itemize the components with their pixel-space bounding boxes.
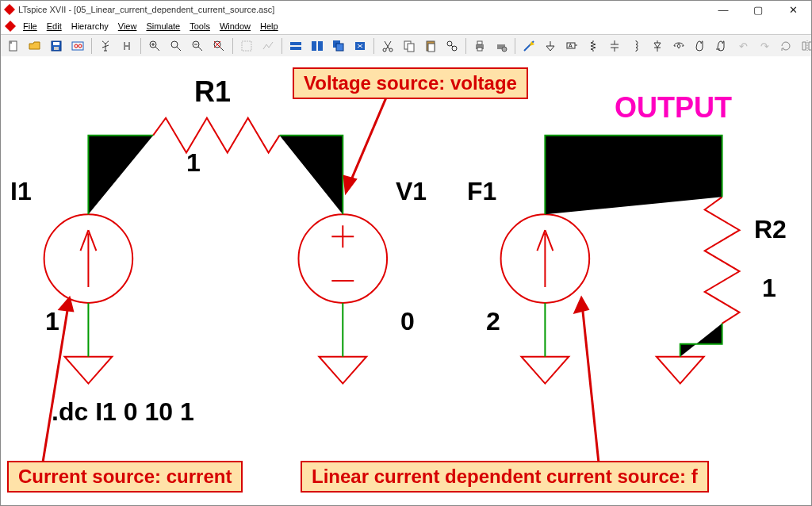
svg-point-31 xyxy=(502,47,507,52)
window-title: LTspice XVII - [05_Linear_current_depend… xyxy=(18,5,274,14)
annotation-voltage-source: Voltage source: voltage xyxy=(293,67,528,99)
tile-windows-icon[interactable] xyxy=(286,36,305,56)
svg-rect-12 xyxy=(290,42,301,45)
svg-marker-38 xyxy=(60,298,73,311)
label-v1-name[interactable]: V1 xyxy=(396,177,427,206)
svg-rect-13 xyxy=(290,47,301,50)
component-i1[interactable] xyxy=(44,214,133,303)
label-net-icon[interactable]: A xyxy=(562,36,581,56)
label-i1-name[interactable]: I1 xyxy=(10,177,32,206)
svg-rect-28 xyxy=(477,41,482,44)
new-schematic-icon[interactable] xyxy=(4,36,23,56)
maximize-button[interactable]: ▢ xyxy=(748,4,768,16)
control-panel-icon[interactable] xyxy=(68,36,87,56)
zoom-out-icon[interactable] xyxy=(188,36,207,56)
label-v1-value[interactable]: 0 xyxy=(400,307,415,336)
tile-vertical-icon[interactable] xyxy=(308,36,327,56)
menu-help[interactable]: Help xyxy=(255,21,283,31)
zoom-extents-icon[interactable] xyxy=(209,36,228,56)
paste-icon[interactable] xyxy=(421,36,440,56)
component-f1[interactable] xyxy=(501,214,590,303)
document-icon[interactable] xyxy=(5,21,16,32)
menu-bar: File Edit Hierarchy View Simulate Tools … xyxy=(1,18,811,35)
svg-point-6 xyxy=(79,44,82,48)
svg-point-5 xyxy=(75,44,78,48)
menu-hierarchy[interactable]: Hierarchy xyxy=(67,21,113,31)
copy-icon[interactable] xyxy=(400,36,419,56)
pan-icon[interactable] xyxy=(167,36,186,56)
title-bar: LTspice XVII - [05_Linear_current_depend… xyxy=(1,1,811,18)
svg-point-8 xyxy=(171,41,178,48)
annotation-current-source: Current source: current xyxy=(7,461,243,493)
place-ground-icon[interactable] xyxy=(541,36,560,56)
ground-r2[interactable] xyxy=(657,357,704,384)
zoom-in-icon[interactable] xyxy=(145,36,164,56)
move-icon[interactable] xyxy=(691,36,710,56)
draw-wire-icon[interactable] xyxy=(519,36,538,56)
svg-rect-17 xyxy=(336,44,343,51)
place-component-icon[interactable] xyxy=(669,36,688,56)
menu-window[interactable]: Window xyxy=(215,21,255,31)
label-i1-value[interactable]: 1 xyxy=(45,307,59,336)
menu-view[interactable]: View xyxy=(113,21,142,31)
app-icon xyxy=(4,4,15,15)
pick-visible-traces-icon[interactable] xyxy=(259,36,278,56)
component-r2[interactable] xyxy=(705,197,740,323)
svg-rect-3 xyxy=(54,47,59,50)
svg-marker-37 xyxy=(344,176,355,192)
svg-marker-39 xyxy=(575,298,588,312)
toolbar: A ↶ ↷ Aa .op xyxy=(1,35,811,58)
cut-icon[interactable] xyxy=(378,36,397,56)
minimize-button[interactable]: — xyxy=(713,4,733,16)
label-r2-value[interactable]: 1 xyxy=(762,274,776,303)
svg-rect-22 xyxy=(408,44,414,52)
find-icon[interactable] xyxy=(442,36,462,56)
place-diode-icon[interactable] xyxy=(648,36,667,56)
window-buttons: — ▢ ✕ xyxy=(713,4,808,16)
rotate-icon[interactable] xyxy=(776,36,795,56)
svg-rect-15 xyxy=(318,41,323,51)
save-icon[interactable] xyxy=(47,36,66,56)
net-label-output[interactable]: OUTPUT xyxy=(615,91,732,125)
label-r2-name[interactable]: R2 xyxy=(754,215,787,244)
label-f1-value[interactable]: 2 xyxy=(486,307,500,336)
svg-rect-29 xyxy=(477,48,482,51)
place-inductor-icon[interactable] xyxy=(626,36,645,56)
label-r1-name[interactable]: R1 xyxy=(194,75,231,109)
svg-point-19 xyxy=(383,48,386,52)
place-resistor-icon[interactable] xyxy=(584,36,603,56)
open-icon[interactable] xyxy=(25,36,44,56)
ground-i1[interactable] xyxy=(65,357,113,384)
schematic-canvas[interactable]: I1 1 R1 1 V1 0 F1 2 R2 1 OUTPUT .dc I1 0… xyxy=(1,56,811,505)
print-icon[interactable] xyxy=(470,36,489,56)
spice-directive[interactable]: .dc I1 0 10 1 xyxy=(52,397,194,427)
label-f1-name[interactable]: F1 xyxy=(467,177,496,206)
halt-icon[interactable] xyxy=(117,36,136,56)
redo-icon[interactable]: ↷ xyxy=(755,36,774,56)
mirror-icon[interactable] xyxy=(798,36,811,56)
drag-icon[interactable] xyxy=(712,36,731,56)
menu-tools[interactable]: Tools xyxy=(185,21,215,31)
cascade-icon[interactable] xyxy=(329,36,348,56)
svg-rect-2 xyxy=(53,42,59,45)
print-setup-icon[interactable] xyxy=(492,36,511,56)
component-r1[interactable] xyxy=(153,118,279,153)
place-capacitor-icon[interactable] xyxy=(605,36,624,56)
close-button[interactable]: ✕ xyxy=(783,4,803,16)
menu-file[interactable]: File xyxy=(18,21,42,31)
autorange-icon[interactable] xyxy=(237,36,256,56)
close-window-icon[interactable] xyxy=(350,36,370,56)
label-r1-value[interactable]: 1 xyxy=(186,148,201,178)
component-v1[interactable] xyxy=(298,214,387,303)
ground-v1[interactable] xyxy=(319,357,366,384)
run-icon[interactable] xyxy=(96,36,115,56)
svg-rect-24 xyxy=(428,44,435,52)
svg-text:A: A xyxy=(569,43,573,48)
undo-icon[interactable]: ↶ xyxy=(733,36,753,56)
menu-edit[interactable]: Edit xyxy=(42,21,67,31)
ground-f1[interactable] xyxy=(521,357,569,384)
svg-point-20 xyxy=(389,48,393,52)
svg-rect-11 xyxy=(242,41,251,51)
menu-simulate[interactable]: Simulate xyxy=(141,21,185,31)
annotation-cccs: Linear current dependent current source:… xyxy=(301,461,709,493)
